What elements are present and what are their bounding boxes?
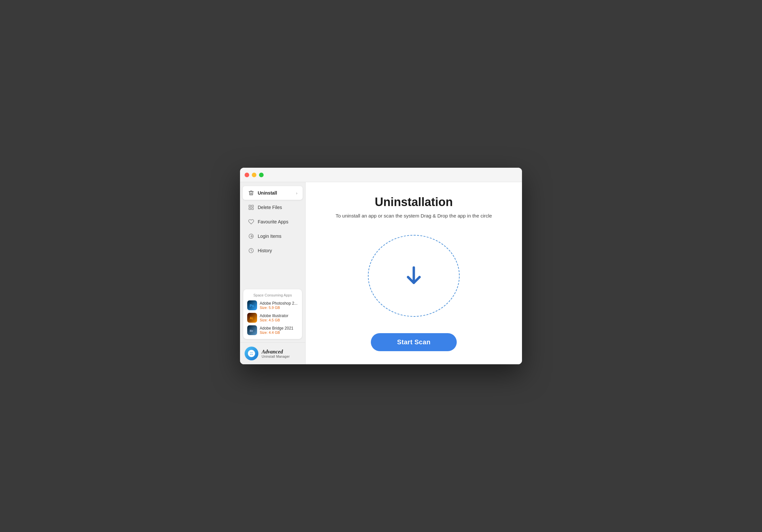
svg-text:Ai: Ai [250,316,254,320]
brand-text: Advanced Uninstall Manager [262,349,290,359]
app-size-photoshop: Size: 5.9 GB [260,306,298,309]
list-item[interactable]: Ai Adobe Illustrator Size: 4.5 GB [247,313,298,323]
sidebar-item-uninstall[interactable]: Uninstall › [243,186,303,200]
minimize-button[interactable] [252,173,257,177]
start-scan-button[interactable]: Start Scan [371,333,457,351]
brand-footer: Advanced Uninstall Manager [240,342,305,364]
app-info-photoshop: Adobe Photoshop 2... Size: 5.9 GB [260,301,298,309]
sidebar: Uninstall › Delete Files [240,182,306,364]
maximize-button[interactable] [259,173,264,177]
list-item[interactable]: Ps Adobe Photoshop 2... Size: 5.9 GB [247,300,298,310]
illustrator-icon: Ai [247,313,257,323]
photoshop-icon: Ps [247,300,257,310]
trash-icon [248,190,255,196]
sidebar-item-login-items[interactable]: Login Items [243,229,303,243]
page-title: Uninstallation [375,195,453,209]
sidebar-item-delete-files[interactable]: Delete Files [243,200,303,214]
app-name-photoshop: Adobe Photoshop 2... [260,301,298,306]
sidebar-item-label-login-items: Login Items [258,233,281,239]
app-info-bridge: Adobe Bridge 2021 Size: 4.4 GB [260,326,298,334]
login-icon [248,233,255,239]
main-content: Uninstallation To uninstall an app or sc… [306,182,522,364]
svg-rect-2 [249,208,251,210]
svg-rect-0 [249,205,251,207]
heart-icon [248,219,255,225]
app-info-illustrator: Adobe Illustrator Size: 4.5 GB [260,313,298,322]
svg-rect-1 [252,205,254,207]
traffic-lights [245,173,264,177]
titlebar [240,168,522,182]
svg-text:Ps: Ps [250,304,254,307]
close-button[interactable] [245,173,249,177]
app-content: Uninstall › Delete Files [240,182,522,364]
space-consuming-apps-title: Space Consuming Apps [247,293,298,297]
sidebar-item-favourite-apps[interactable]: Favourite Apps [243,215,303,229]
svg-text:Br: Br [250,329,254,332]
main-subtitle: To uninstall an app or scan the system D… [336,213,492,219]
sidebar-item-label-uninstall: Uninstall [258,190,277,196]
brand-logo-icon [245,347,259,360]
sidebar-item-history[interactable]: History [243,244,303,257]
chevron-right-icon: › [296,191,297,196]
sidebar-item-label-favourite-apps: Favourite Apps [258,219,288,225]
drop-arrow-icon [402,262,425,290]
brand-name-cursive: Advanced [262,349,290,355]
clock-icon [248,247,255,254]
app-size-bridge: Size: 4.4 GB [260,331,298,334]
sidebar-item-label-history: History [258,248,272,253]
sidebar-item-label-delete-files: Delete Files [258,205,282,210]
bridge-icon: Br [247,325,257,335]
sidebar-nav: Uninstall › Delete Files [240,182,305,286]
space-consuming-apps-card: Space Consuming Apps Ps Adobe Photoshop … [243,289,302,339]
app-size-illustrator: Size: 4.5 GB [260,318,298,322]
svg-rect-3 [252,208,254,210]
brand-name-sub: Uninstall Manager [262,355,290,359]
drop-zone[interactable] [368,235,460,317]
list-item[interactable]: Br Adobe Bridge 2021 Size: 4.4 GB [247,325,298,335]
app-window: Uninstall › Delete Files [240,168,522,364]
app-name-illustrator: Adobe Illustrator [260,313,298,318]
grid-icon [248,204,255,211]
app-name-bridge: Adobe Bridge 2021 [260,326,298,331]
